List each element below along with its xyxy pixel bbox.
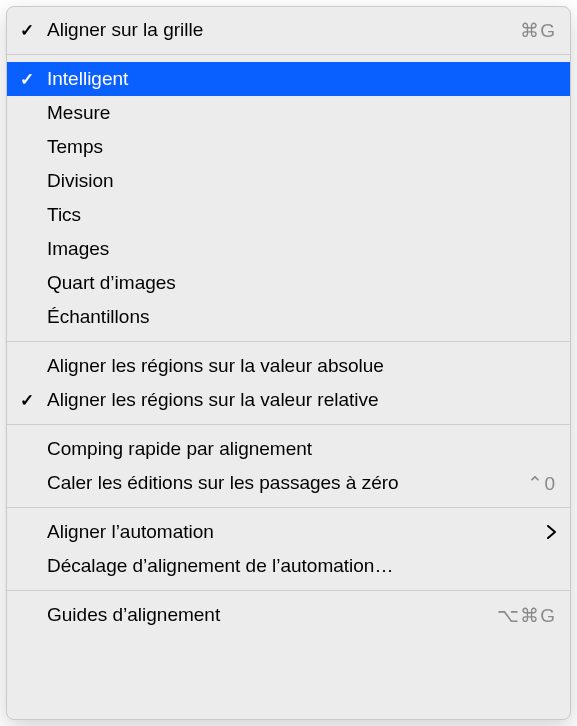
menu-item-shortcut: ⌥⌘G [485, 604, 556, 627]
menu-item-mode-ticks[interactable]: Tics [7, 198, 570, 232]
menu-item-mode-samples[interactable]: Échantillons [7, 300, 570, 334]
menu-item-label: Mesure [47, 102, 556, 124]
menu-item-mode-time[interactable]: Temps [7, 130, 570, 164]
menu-item-label: Aligner les régions sur la valeur absolu… [47, 355, 556, 377]
menu-item-shortcut: ⌃0 [515, 472, 556, 495]
menu-item-label: Tics [47, 204, 556, 226]
menu-item-mode-measure[interactable]: Mesure [7, 96, 570, 130]
menu-item-label: Aligner les régions sur la valeur relati… [47, 389, 556, 411]
menu-item-mode-frames[interactable]: Images [7, 232, 570, 266]
menu-separator [7, 341, 570, 342]
menu-item-label: Division [47, 170, 556, 192]
menu-separator [7, 507, 570, 508]
checkmark-icon: ✓ [7, 20, 47, 41]
menu-separator [7, 424, 570, 425]
menu-item-snap-regions-relative[interactable]: ✓Aligner les régions sur la valeur relat… [7, 383, 570, 417]
menu-item-label: Images [47, 238, 556, 260]
menu-item-label: Comping rapide par alignement [47, 438, 556, 460]
snap-menu: ✓Aligner sur la grille⌘G✓IntelligentMesu… [6, 6, 571, 720]
menu-item-label: Guides d’alignement [47, 604, 485, 626]
menu-item-mode-intelligent[interactable]: ✓Intelligent [7, 62, 570, 96]
checkmark: ✓ [20, 390, 34, 411]
menu-item-shortcut: ⌘G [508, 19, 556, 42]
menu-item-snap-automation[interactable]: Aligner l’automation [7, 515, 570, 549]
checkmark-icon: ✓ [7, 69, 47, 90]
menu-separator [7, 54, 570, 55]
menu-item-label: Intelligent [47, 68, 556, 90]
menu-item-quick-swipe-comping[interactable]: Comping rapide par alignement [7, 432, 570, 466]
menu-item-label: Quart d’images [47, 272, 556, 294]
checkmark: ✓ [20, 20, 34, 41]
menu-item-snap-edits-zero[interactable]: Caler les éditions sur les passages à zé… [7, 466, 570, 500]
menu-item-label: Échantillons [47, 306, 556, 328]
menu-item-mode-quarter-frames[interactable]: Quart d’images [7, 266, 570, 300]
menu-item-label: Aligner l’automation [47, 521, 538, 543]
menu-item-alignment-guides[interactable]: Guides d’alignement⌥⌘G [7, 598, 570, 632]
menu-item-automation-snap-offset[interactable]: Décalage d’alignement de l’automation… [7, 549, 570, 583]
menu-item-mode-division[interactable]: Division [7, 164, 570, 198]
menu-item-label: Aligner sur la grille [47, 19, 508, 41]
chevron-right-icon [538, 525, 556, 539]
menu-item-snap-regions-absolute[interactable]: Aligner les régions sur la valeur absolu… [7, 349, 570, 383]
menu-item-align-to-grid[interactable]: ✓Aligner sur la grille⌘G [7, 13, 570, 47]
menu-separator [7, 590, 570, 591]
menu-item-label: Décalage d’alignement de l’automation… [47, 555, 556, 577]
menu-item-label: Temps [47, 136, 556, 158]
menu-item-label: Caler les éditions sur les passages à zé… [47, 472, 515, 494]
checkmark: ✓ [20, 69, 34, 90]
checkmark-icon: ✓ [7, 390, 47, 411]
